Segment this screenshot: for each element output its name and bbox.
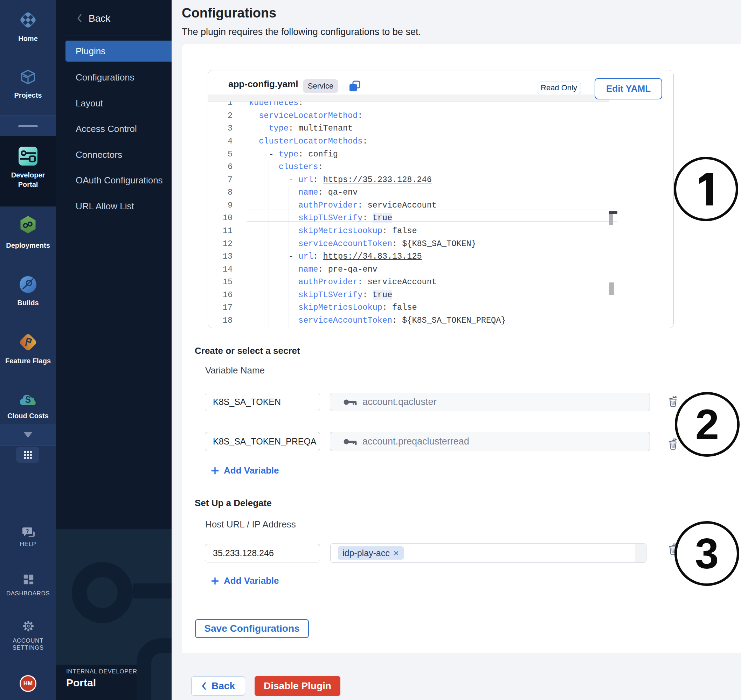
svg-text:$: $ <box>25 394 31 405</box>
svg-text:?: ? <box>25 528 29 534</box>
